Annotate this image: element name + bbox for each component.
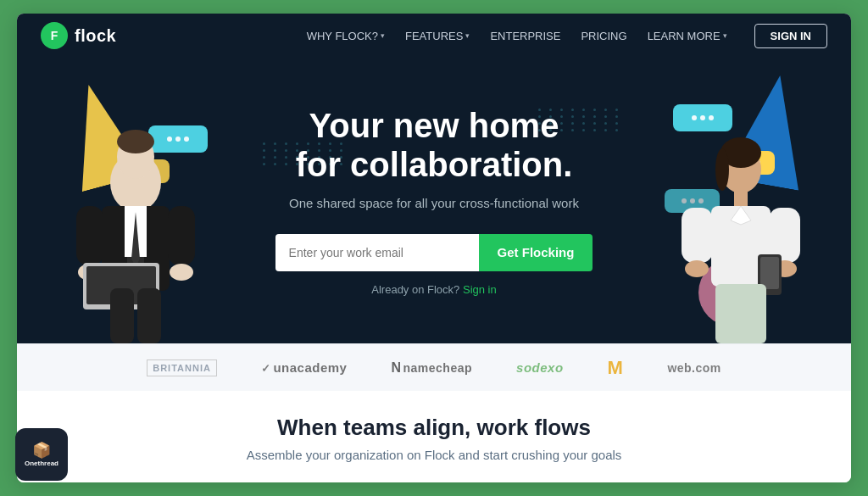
nav-learn-more[interactable]: LEARN MORE ▾ [648,30,727,42]
bottom-subtitle: Assemble your organization on Flock and … [17,448,851,462]
logo-britannia: BRITANNIA [147,359,217,376]
navbar: F flock WHY FLOCK? ▾ FEATURES ▾ ENTERPRI… [17,14,851,58]
onethread-icon: 📦 [32,443,51,458]
logo-area: F flock [41,22,116,49]
browser-window: F flock WHY FLOCK? ▾ FEATURES ▾ ENTERPRI… [17,14,851,482]
sign-in-button[interactable]: SIGN IN [754,24,827,48]
bottom-section: When teams align, work flows Assemble yo… [17,391,851,482]
nav-features[interactable]: FEATURES ▾ [405,30,470,42]
svg-point-10 [170,264,193,281]
sign-in-link[interactable]: Sign in [463,283,497,296]
svg-rect-13 [110,288,134,343]
nav-enterprise[interactable]: ENTERPRISE [490,30,560,42]
email-input[interactable] [275,234,479,271]
svg-rect-7 [76,206,103,265]
nav-why-flock[interactable]: WHY FLOCK? ▾ [307,30,385,42]
chevron-down-icon: ▾ [381,31,385,40]
chevron-down-icon: ▾ [723,31,727,40]
logo-webcom: web.com [667,361,721,375]
nav-pricing[interactable]: PRICING [581,30,626,42]
hero-section: Your new home for collaboration. One sha… [17,58,851,343]
logo-text: flock [75,26,116,46]
svg-rect-18 [734,191,748,208]
cta-row: Get Flocking [275,234,593,271]
svg-rect-26 [760,257,779,289]
nav-links: WHY FLOCK? ▾ FEATURES ▾ ENTERPRISE PRICI… [307,24,827,48]
person-right-illustration [665,123,817,343]
bottom-title: When teams align, work flows [17,415,851,441]
logo-sodexo: sodexo [516,360,564,375]
svg-point-23 [685,260,709,277]
logos-strip: BRITANNIA ✓unacademy Nnamecheap sodexo M… [17,343,851,391]
hero-subtitle: One shared space for all your cross-func… [275,196,593,210]
logo-namecheap: Nnamecheap [391,360,472,376]
hero-title: Your new home for collaboration. [275,106,593,184]
svg-point-2 [117,130,154,153]
person-left-illustration [51,106,220,343]
svg-rect-8 [168,206,195,265]
svg-rect-21 [682,208,713,263]
svg-rect-27 [715,284,766,343]
onethread-badge: 📦 Onethread [15,428,68,481]
get-flocking-button[interactable]: Get Flocking [479,234,593,271]
logo-unacademy: ✓unacademy [261,360,348,375]
already-on-flock-text: Already on Flock? Sign in [275,283,593,296]
logo-mcdonalds: M [608,357,624,379]
chevron-down-icon: ▾ [465,31,470,40]
svg-point-17 [715,148,729,191]
flock-logo-icon: F [41,22,68,49]
hero-content: Your new home for collaboration. One sha… [275,106,593,296]
svg-rect-14 [137,288,161,343]
